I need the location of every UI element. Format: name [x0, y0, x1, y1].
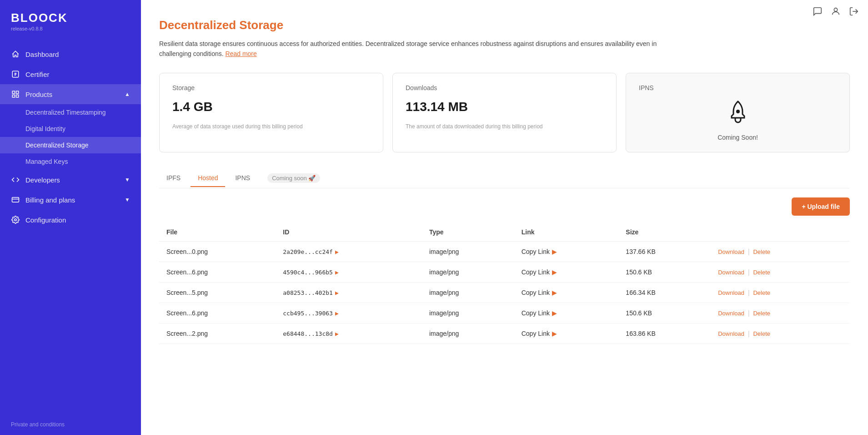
sidebar-item-decentralized-timestamping[interactable]: Decentralized Timestamping	[0, 104, 141, 121]
col-file: File	[159, 223, 276, 242]
copy-icon-small[interactable]: ▶	[335, 330, 339, 337]
sidebar-item-configuration-label: Configuration	[25, 216, 66, 224]
sidebar-item-products[interactable]: Products ▲	[0, 84, 141, 104]
certifier-icon	[11, 70, 20, 79]
cell-size: 137.66 KB	[618, 241, 711, 262]
col-size: Size	[618, 223, 711, 242]
sidebar-item-developers[interactable]: Developers ▼	[0, 170, 141, 190]
tab-ipfs[interactable]: IPFS	[159, 170, 188, 187]
upload-row: + Upload file	[159, 197, 850, 216]
delete-link[interactable]: Delete	[753, 289, 770, 296]
cell-file: Screen...2.png	[159, 323, 276, 344]
tab-ipns[interactable]: IPNS	[228, 170, 257, 187]
download-link[interactable]: Download	[718, 330, 744, 337]
cell-id: 4590c4...966b5 ▶	[276, 262, 422, 282]
storage-card: Storage 1.4 GB Average of data storage u…	[159, 73, 383, 152]
delete-link[interactable]: Delete	[753, 310, 770, 317]
home-icon	[11, 50, 20, 59]
cell-actions: Download | Delete	[711, 241, 850, 262]
cell-id: a08253...402b1 ▶	[276, 282, 422, 303]
billing-chevron-icon: ▼	[125, 197, 130, 203]
svg-point-9	[736, 110, 740, 113]
cell-actions: Download | Delete	[711, 282, 850, 303]
read-more-link[interactable]: Read more	[226, 50, 257, 57]
tabs-row: IPFS Hosted IPNS Coming soon 🚀	[159, 169, 850, 188]
col-type: Type	[422, 223, 514, 242]
cell-actions: Download | Delete	[711, 303, 850, 323]
cell-file: Screen...6.png	[159, 303, 276, 323]
user-button[interactable]	[831, 6, 841, 16]
sidebar-item-managed-keys-label: Managed Keys	[25, 158, 68, 165]
cell-link: Copy Link ▶	[514, 303, 619, 323]
downloads-value: 113.14 MB	[406, 100, 603, 114]
header-icons	[813, 6, 859, 16]
main-content: Decentralized Storage Resilient data sto…	[141, 0, 868, 435]
app-name: BLOOCK	[11, 11, 130, 25]
copy-icon-small[interactable]: ▶	[335, 248, 339, 255]
products-chevron-icon: ▲	[125, 91, 130, 97]
cell-id: e68448...13c8d ▶	[276, 323, 422, 344]
downloads-description: The amount of data downloaded during thi…	[406, 123, 603, 130]
developers-chevron-icon: ▼	[125, 177, 130, 183]
storage-description: Average of data storage used during this…	[172, 123, 370, 130]
logout-button[interactable]	[849, 6, 859, 16]
delete-link[interactable]: Delete	[753, 330, 770, 337]
col-link: Link	[514, 223, 619, 242]
copy-link-icon: ▶	[552, 330, 557, 337]
copy-link-icon: ▶	[552, 268, 557, 276]
app-version: release-v0.8.8	[11, 26, 130, 31]
cell-actions: Download | Delete	[711, 262, 850, 282]
svg-point-7	[834, 8, 837, 11]
cell-file: Screen...0.png	[159, 241, 276, 262]
cell-type: image/png	[422, 303, 514, 323]
rocket-icon	[727, 100, 749, 129]
table-row: Screen...6.png 4590c4...966b5 ▶ image/pn…	[159, 262, 850, 282]
sidebar-item-digital-identity[interactable]: Digital Identity	[0, 121, 141, 137]
cell-actions: Download | Delete	[711, 323, 850, 344]
sidebar-navigation: Dashboard Certifier Products ▲ Decentral…	[0, 44, 141, 414]
table-row: Screen...0.png 2a209e...cc24f ▶ image/pn…	[159, 241, 850, 262]
cell-type: image/png	[422, 241, 514, 262]
table-row: Screen...2.png e68448...13c8d ▶ image/pn…	[159, 323, 850, 344]
sidebar-item-dec-storage-label: Decentralized Storage	[25, 142, 89, 149]
file-table: File ID Type Link Size Screen...0.png 2a…	[159, 223, 850, 344]
page-title: Decentralized Storage	[159, 18, 850, 32]
copy-icon-small[interactable]: ▶	[335, 269, 339, 276]
sidebar-item-managed-keys[interactable]: Managed Keys	[0, 153, 141, 170]
download-link[interactable]: Download	[718, 310, 744, 317]
sidebar-item-products-label: Products	[25, 91, 52, 98]
tab-hosted[interactable]: Hosted	[191, 170, 225, 187]
sidebar-item-dec-timestamping-label: Decentralized Timestamping	[25, 109, 106, 116]
sidebar-footer[interactable]: Private and conditions	[0, 414, 141, 435]
sidebar-item-decentralized-storage[interactable]: Decentralized Storage	[0, 137, 141, 153]
delete-link[interactable]: Delete	[753, 248, 770, 255]
sidebar-item-certifier[interactable]: Certifier	[0, 64, 141, 84]
config-icon	[11, 215, 20, 224]
delete-link[interactable]: Delete	[753, 269, 770, 276]
upload-file-button[interactable]: + Upload file	[792, 197, 850, 216]
sidebar-item-dashboard[interactable]: Dashboard	[0, 44, 141, 64]
page-description: Resilient data storage ensures continuou…	[159, 39, 659, 59]
cell-link: Copy Link ▶	[514, 241, 619, 262]
svg-rect-5	[12, 197, 19, 202]
message-button[interactable]	[813, 6, 823, 16]
billing-icon	[11, 195, 20, 204]
download-link[interactable]: Download	[718, 248, 744, 255]
cell-link: Copy Link ▶	[514, 262, 619, 282]
svg-point-6	[15, 219, 17, 221]
stats-row: Storage 1.4 GB Average of data storage u…	[159, 73, 850, 152]
copy-icon-small[interactable]: ▶	[335, 289, 339, 296]
sidebar-item-billing[interactable]: Billing and plans ▼	[0, 190, 141, 210]
download-link[interactable]: Download	[718, 269, 744, 276]
cell-size: 150.6 KB	[618, 303, 711, 323]
download-link[interactable]: Download	[718, 289, 744, 296]
copy-icon-small[interactable]: ▶	[335, 310, 339, 317]
downloads-card: Downloads 113.14 MB The amount of data d…	[392, 73, 617, 152]
sidebar-item-configuration[interactable]: Configuration	[0, 210, 141, 230]
sidebar-item-digital-identity-label: Digital Identity	[25, 125, 65, 132]
cell-id: 2a209e...cc24f ▶	[276, 241, 422, 262]
grid-icon	[11, 90, 20, 99]
cell-type: image/png	[422, 282, 514, 303]
tab-coming-soon[interactable]: Coming soon 🚀	[260, 169, 327, 188]
svg-rect-2	[16, 91, 19, 93]
